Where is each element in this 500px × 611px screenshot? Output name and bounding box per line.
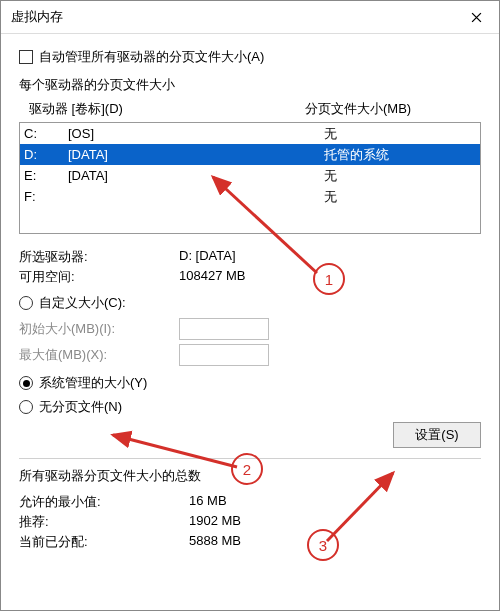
radio-icon	[19, 376, 33, 390]
radio-icon	[19, 296, 33, 310]
auto-manage-label: 自动管理所有驱动器的分页文件大小(A)	[39, 48, 264, 66]
header-paging: 分页文件大小(MB)	[305, 100, 475, 118]
set-button[interactable]: 设置(S)	[393, 422, 481, 448]
virtual-memory-dialog: 虚拟内存 自动管理所有驱动器的分页文件大小(A) 每个驱动器的分页文件大小 驱动…	[0, 0, 500, 611]
checkbox-icon	[19, 50, 33, 64]
window-title: 虚拟内存	[1, 8, 453, 26]
radio-icon	[19, 400, 33, 414]
no-paging-radio[interactable]: 无分页文件(N)	[19, 398, 481, 416]
drive-row[interactable]: E: [DATA] 无	[20, 165, 480, 186]
drive-listbox[interactable]: C: [OS] 无 D: [DATA] 托管的系统 E: [DATA] 无 F:…	[19, 122, 481, 234]
per-drive-label: 每个驱动器的分页文件大小	[19, 76, 481, 94]
header-drive: 驱动器 [卷标](D)	[29, 100, 305, 118]
auto-manage-checkbox[interactable]: 自动管理所有驱动器的分页文件大小(A)	[19, 48, 481, 66]
custom-size-radio[interactable]: 自定义大小(C):	[19, 294, 481, 312]
drive-row[interactable]: D: [DATA] 托管的系统	[20, 144, 480, 165]
total-min: 允许的最小值: 16 MB	[19, 493, 481, 511]
drive-row[interactable]: C: [OS] 无	[20, 123, 480, 144]
max-size-input[interactable]	[179, 344, 269, 366]
totals-title: 所有驱动器分页文件大小的总数	[19, 467, 481, 485]
max-size-field: 最大值(MB)(X):	[19, 344, 481, 366]
system-managed-radio[interactable]: 系统管理的大小(Y)	[19, 374, 481, 392]
initial-size-field: 初始大小(MB)(I):	[19, 318, 481, 340]
free-space: 可用空间: 108427 MB	[19, 268, 481, 286]
drive-list-header: 驱动器 [卷标](D) 分页文件大小(MB)	[19, 100, 481, 122]
initial-size-input[interactable]	[179, 318, 269, 340]
divider	[19, 458, 481, 459]
total-current: 当前已分配: 5888 MB	[19, 533, 481, 551]
dialog-content: 自动管理所有驱动器的分页文件大小(A) 每个驱动器的分页文件大小 驱动器 [卷标…	[1, 34, 499, 551]
total-recommend: 推荐: 1902 MB	[19, 513, 481, 531]
close-button[interactable]	[453, 1, 499, 33]
selected-drive: 所选驱动器: D: [DATA]	[19, 248, 481, 266]
drive-row[interactable]: F: 无	[20, 186, 480, 207]
titlebar: 虚拟内存	[1, 1, 499, 34]
close-icon	[471, 12, 482, 23]
